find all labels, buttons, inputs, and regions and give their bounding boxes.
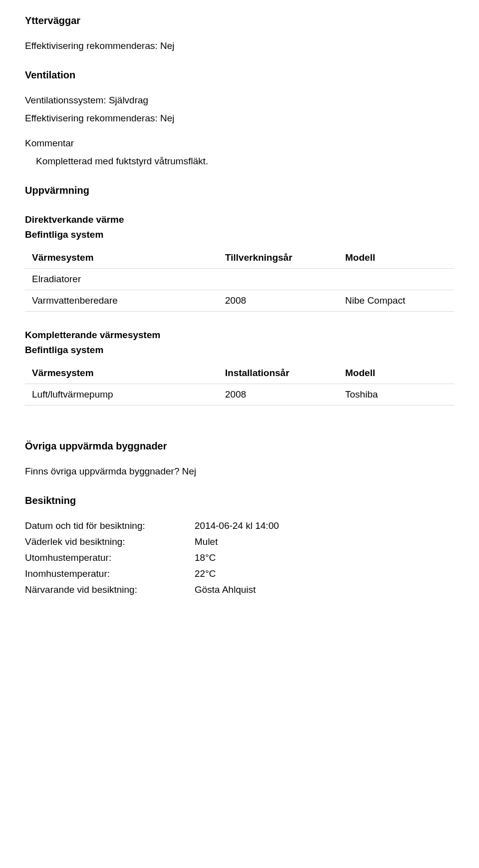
document-page: Ytterväggar Effektivisering rekommendera… (0, 0, 479, 630)
col-installationsar: Installationsår (218, 363, 338, 384)
sub-title-kompletterande: Kompletterande värmesystem (25, 330, 454, 341)
cell-varmesystem: Luft/luftvärmepump (25, 384, 218, 406)
table-direktverkande: Värmesystem Tillverkningsår Modell Elrad… (25, 247, 454, 312)
col-varmesystem: Värmesystem (25, 363, 218, 384)
kv-value: 2014-06-24 kl 14:00 (195, 520, 454, 531)
kv-value: 18°C (195, 552, 454, 563)
value-ventsystem: Självdrag (109, 95, 148, 105)
yttervaggar-effektivisering-line: Effektivisering rekommenderas: Nej (25, 40, 454, 51)
table-header-row: Värmesystem Tillverkningsår Modell (25, 247, 454, 269)
value-vent-effektivisering: Nej (160, 113, 175, 123)
kommentar-label: Kommentar (25, 138, 454, 149)
kv-row: Väderlek vid besiktning: Mulet (25, 536, 454, 547)
sub-title-direktverkande: Direktverkande värme (25, 214, 454, 225)
label-ventsystem: Ventilationssystem: (25, 95, 106, 105)
kv-row: Datum och tid för besiktning: 2014-06-24… (25, 520, 454, 531)
section-title-uppvarmning: Uppvärmning (25, 185, 454, 196)
kv-value: Mulet (195, 536, 454, 547)
kv-label: Utomhustemperatur: (25, 552, 195, 563)
table-row: Luft/luftvärmepump 2008 Toshiba (25, 384, 454, 406)
label-ovriga-question: Finns övriga uppvärmda byggnader? (25, 466, 179, 476)
section-title-besiktning: Besiktning (25, 495, 454, 506)
kv-label: Närvarande vid besiktning: (25, 584, 195, 595)
value-effektivisering: Nej (160, 40, 175, 51)
col-varmesystem: Värmesystem (25, 247, 218, 269)
table-row: Elradiatorer (25, 269, 454, 290)
cell-tillverkningsar: 2008 (218, 290, 338, 312)
cell-tillverkningsar (218, 269, 338, 290)
kv-row: Närvarande vid besiktning: Gösta Ahlquis… (25, 584, 454, 595)
table-header-row: Värmesystem Installationsår Modell (25, 363, 454, 384)
section-title-ovriga: Övriga uppvärmda byggnader (25, 440, 454, 452)
table-kompletterande: Värmesystem Installationsår Modell Luft/… (25, 363, 454, 406)
cell-varmesystem: Elradiatorer (25, 269, 218, 290)
value-ovriga-question: Nej (182, 466, 197, 476)
cell-modell: Nibe Compact (338, 290, 454, 312)
kv-label: Inomhustemperatur: (25, 568, 195, 579)
besiktning-kv-list: Datum och tid för besiktning: 2014-06-24… (25, 520, 454, 595)
kv-row: Utomhustemperatur: 18°C (25, 552, 454, 563)
ventilation-effektivisering-line: Effektivisering rekommenderas: Nej (25, 113, 454, 124)
kv-row: Inomhustemperatur: 22°C (25, 568, 454, 579)
label-effektivisering: Effektivisering rekommenderas: (25, 40, 158, 51)
cell-modell: Toshiba (338, 384, 454, 406)
ovriga-question-line: Finns övriga uppvärmda byggnader? Nej (25, 466, 454, 477)
cell-modell (338, 269, 454, 290)
cell-installationsar: 2008 (218, 384, 338, 406)
section-title-yttervaggar: Ytterväggar (25, 15, 454, 26)
section-title-ventilation: Ventilation (25, 69, 454, 81)
label-vent-effektivisering: Effektivisering rekommenderas: (25, 113, 158, 123)
kv-value: 22°C (195, 568, 454, 579)
befintliga-system-label-2: Befintliga system (25, 345, 454, 356)
cell-varmesystem: Varmvattenberedare (25, 290, 218, 312)
kv-label: Väderlek vid besiktning: (25, 536, 195, 547)
col-tillverkningsar: Tillverkningsår (218, 247, 338, 269)
befintliga-system-label-1: Befintliga system (25, 229, 454, 240)
col-modell: Modell (338, 363, 454, 384)
kv-value: Gösta Ahlquist (195, 584, 454, 595)
col-modell: Modell (338, 247, 454, 269)
kv-label: Datum och tid för besiktning: (25, 520, 195, 531)
kommentar-text: Kompletterad med fuktstyrd våtrumsfläkt. (36, 156, 454, 167)
table-row: Varmvattenberedare 2008 Nibe Compact (25, 290, 454, 312)
ventilation-system-line: Ventilationssystem: Självdrag (25, 95, 454, 106)
